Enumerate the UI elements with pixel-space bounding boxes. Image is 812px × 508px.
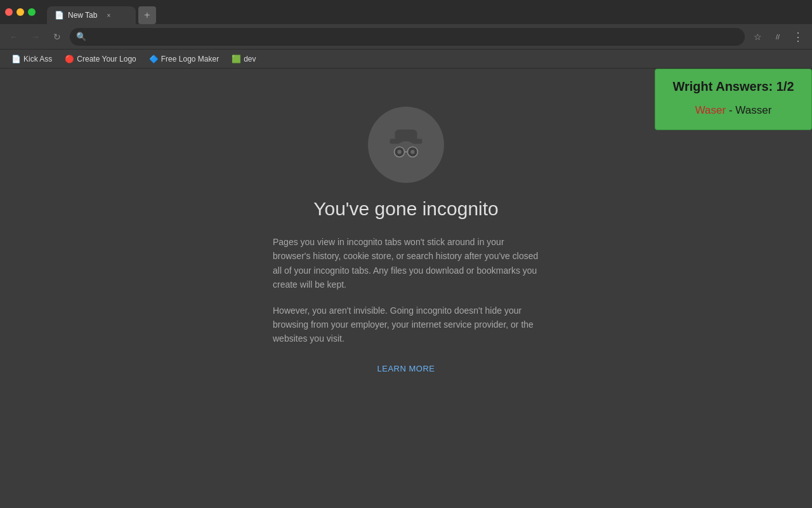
learn-more-link[interactable]: LEARN MORE [377,364,435,373]
svg-point-6 [397,150,401,154]
incognito-body: Pages you view in incognito tabs won't s… [273,235,539,358]
wright-word-native: Wasser [735,104,771,116]
kick-ass-favicon: 📄 [11,55,21,64]
bookmark-dev-label: dev [244,55,256,64]
wright-separator: - [729,104,733,116]
traffic-lights [5,8,36,16]
address-bar[interactable]: 🔍 [70,28,745,46]
bookmark-free-logo-maker[interactable]: 🔷 Free Logo Maker [144,53,224,65]
forward-button[interactable]: → [27,28,44,46]
main-content: You've gone incognito Pages you view in … [0,69,812,508]
svg-rect-1 [395,130,417,141]
create-your-logo-favicon: 🔴 [65,55,74,64]
menu-button[interactable]: ⋮ [789,28,807,46]
bookmark-dev[interactable]: 🟩 dev [226,53,261,65]
traffic-light-fullscreen[interactable] [28,8,36,16]
wright-popup-title: Wright Answers: 1/2 [668,79,799,94]
wright-word-foreign: Waser [695,104,726,116]
bookmark-free-logo-maker-label: Free Logo Maker [161,55,219,64]
dev-favicon: 🟩 [232,55,241,64]
svg-point-7 [410,150,414,154]
reload-button[interactable]: ↻ [48,28,66,46]
wright-answers-popup: Wright Answers: 1/2 Waser - Wasser [655,69,812,130]
extensions-button[interactable]: // [769,28,787,46]
incognito-icon [381,119,431,170]
bookmarks-bar: 📄 Kick Ass 🔴 Create Your Logo 🔷 Free Log… [0,50,812,69]
incognito-paragraph-1: Pages you view in incognito tabs won't s… [273,235,539,292]
toolbar: ← → ↻ 🔍 ☆ // ⋮ [0,24,812,50]
incognito-paragraph-2: However, you aren't invisible. Going inc… [273,304,539,346]
tab-label: New Tab [68,11,97,20]
search-icon: 🔍 [76,32,86,41]
toolbar-icons: ☆ // ⋮ [749,28,807,46]
incognito-title: You've gone incognito [313,198,499,220]
new-tab-button[interactable]: + [138,6,156,24]
back-button[interactable]: ← [5,28,23,46]
tab-new-tab[interactable]: 📄 New Tab × [47,6,136,24]
incognito-icon-wrapper [368,107,444,183]
tab-favicon: 📄 [55,11,64,20]
traffic-light-minimize[interactable] [16,8,24,16]
wright-answer-row: Waser - Wasser [695,104,772,117]
traffic-light-close[interactable] [5,8,13,16]
titlebar: 📄 New Tab × + [0,0,812,24]
tab-bar: 📄 New Tab × + [47,0,156,24]
free-logo-maker-favicon: 🔷 [149,55,159,64]
bookmark-button[interactable]: ☆ [749,28,766,46]
bookmark-create-your-logo[interactable]: 🔴 Create Your Logo [60,53,141,65]
tab-close-button[interactable]: × [103,10,114,20]
bookmark-create-your-logo-label: Create Your Logo [77,55,136,64]
bookmark-kick-ass[interactable]: 📄 Kick Ass [6,53,57,65]
wright-popup-content: Waser - Wasser [668,104,799,117]
bookmark-kick-ass-label: Kick Ass [23,55,52,64]
